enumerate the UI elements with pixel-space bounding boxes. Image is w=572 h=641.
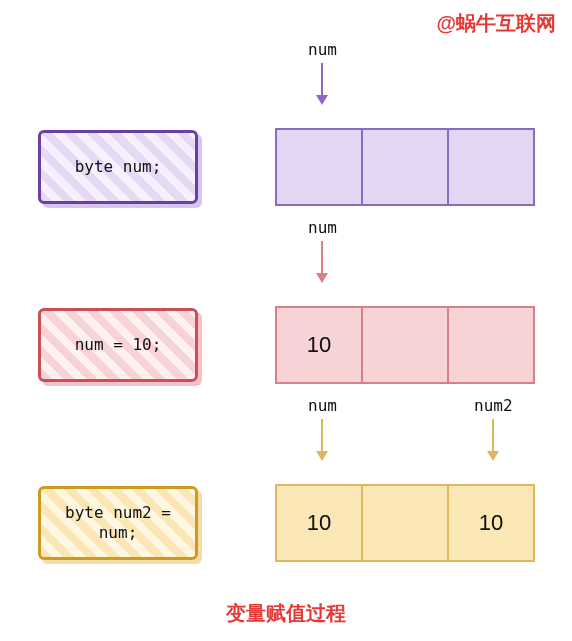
code-box-copy: byte num2 = num; (38, 486, 198, 560)
arrow-label: num (308, 40, 337, 59)
arrow-label: num2 (474, 396, 513, 415)
memory-cell (447, 128, 535, 206)
memory-cell (361, 128, 449, 206)
caption-label: 变量赋值过程 (226, 600, 346, 627)
code-text: byte num; (75, 157, 162, 177)
memory-row-1 (275, 128, 535, 206)
arrow-down-icon (492, 419, 494, 459)
arrow-label: num (308, 218, 337, 237)
arrow-down-icon (321, 241, 323, 281)
arrow-num-3: num (308, 396, 337, 459)
code-box-declare: byte num; (38, 130, 198, 204)
arrow-num-2: num (308, 218, 337, 281)
arrow-label: num (308, 396, 337, 415)
diagram-stage: @蜗牛互联网 num byte num; num num = 10; 10 nu… (0, 0, 572, 641)
memory-cell: 10 (275, 306, 363, 384)
arrow-down-icon (321, 419, 323, 459)
arrow-num-1: num (308, 40, 337, 103)
arrow-down-icon (321, 63, 323, 103)
memory-cell (361, 306, 449, 384)
code-text: byte num2 = num; (65, 503, 171, 543)
code-box-assign: num = 10; (38, 308, 198, 382)
memory-cell (361, 484, 449, 562)
memory-cell (275, 128, 363, 206)
memory-cell: 10 (447, 484, 535, 562)
code-text: num = 10; (75, 335, 162, 355)
memory-row-2: 10 (275, 306, 535, 384)
memory-cell (447, 306, 535, 384)
memory-cell: 10 (275, 484, 363, 562)
arrow-num2-3: num2 (474, 396, 513, 459)
watermark-label: @蜗牛互联网 (436, 10, 556, 37)
memory-row-3: 10 10 (275, 484, 535, 562)
